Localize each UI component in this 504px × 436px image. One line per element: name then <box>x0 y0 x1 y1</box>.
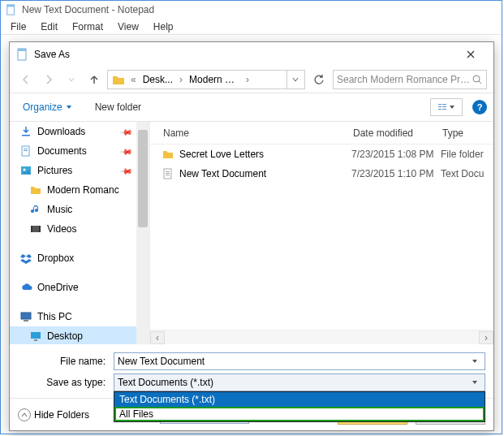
svg-rect-19 <box>39 226 41 232</box>
svg-rect-11 <box>22 135 30 136</box>
scroll-right-button[interactable]: › <box>479 331 493 344</box>
view-icon <box>437 102 447 112</box>
notepad-icon <box>6 4 17 15</box>
music-icon <box>29 203 42 216</box>
menu-edit[interactable]: Edit <box>34 19 64 34</box>
tree-item-documents[interactable]: Documents📌 <box>10 141 136 161</box>
file-list: Name Date modified Type Secret Love Lett… <box>149 122 493 344</box>
tree-item-videos[interactable]: Videos <box>10 219 136 239</box>
chevron-up-icon <box>18 408 31 421</box>
tree-item-downloads[interactable]: Downloads📌 <box>10 122 136 141</box>
svg-rect-3 <box>18 49 26 51</box>
save-type-value: Text Documents (*.txt) <box>118 377 468 388</box>
tree-item-pictures[interactable]: Pictures📌 <box>10 161 136 180</box>
svg-rect-1 <box>7 5 15 7</box>
hide-folders-label: Hide Folders <box>34 409 89 421</box>
menu-view[interactable]: View <box>111 19 145 34</box>
document-icon <box>19 145 32 158</box>
search-input[interactable]: Search Modern Romance Pre-... <box>333 70 487 89</box>
menu-format[interactable]: Format <box>66 19 110 34</box>
organize-label: Organize <box>23 101 62 113</box>
file-row[interactable]: Secret Love Letters 7/23/2015 1:08 PM Fi… <box>150 145 493 164</box>
tree-item-onedrive[interactable]: OneDrive <box>10 278 136 297</box>
tree-scrollbar[interactable] <box>136 122 149 344</box>
new-folder-button[interactable]: New folder <box>88 98 148 116</box>
dialog-toolbar: Organize New folder ? <box>10 93 493 122</box>
pin-icon: 📌 <box>120 145 133 158</box>
save-type-option[interactable]: All Files <box>114 407 485 421</box>
refresh-button[interactable] <box>308 70 330 89</box>
breadcrumb-dropdown[interactable] <box>286 71 303 88</box>
tree-item-dropbox[interactable]: Dropbox <box>10 248 136 268</box>
menu-file[interactable]: File <box>4 19 32 34</box>
folder-icon <box>111 72 126 87</box>
notepad-titlebar: New Text Document - Notepad <box>1 1 502 19</box>
col-type[interactable]: Type <box>442 127 493 139</box>
dialog-body: Downloads📌 Documents📌 Pictures📌 Modern R… <box>10 122 493 344</box>
tree-label: Videos <box>47 223 76 235</box>
scrollbar-thumb[interactable] <box>138 130 148 227</box>
file-header: Name Date modified Type <box>150 122 493 145</box>
svg-rect-20 <box>21 313 31 319</box>
file-name-input[interactable]: New Text Document <box>114 352 485 370</box>
view-options-button[interactable] <box>430 98 463 116</box>
tree-item-desktop[interactable]: Desktop <box>10 326 136 344</box>
tree-label: Documents <box>37 145 87 157</box>
onedrive-icon <box>19 281 32 294</box>
save-type-label: Save as type: <box>18 377 109 388</box>
breadcrumb-crumb[interactable]: Desk... <box>140 74 176 85</box>
back-button[interactable] <box>16 70 36 89</box>
file-row[interactable]: New Text Document 7/23/2015 1:10 PM Text… <box>150 164 493 183</box>
pin-icon: 📌 <box>120 125 133 138</box>
fields: File name: New Text Document Save as typ… <box>10 344 493 398</box>
tree-label: Dropbox <box>37 253 74 264</box>
forward-button[interactable] <box>39 70 58 89</box>
save-type-dropdown: Text Documents (*.txt) All Files <box>114 391 485 422</box>
scroll-left-button[interactable]: ‹ <box>150 331 165 344</box>
svg-rect-18 <box>31 226 32 232</box>
folder-icon <box>162 148 174 161</box>
notepad-window: New Text Document - Notepad File Edit Fo… <box>0 0 502 434</box>
save-type-option[interactable]: Text Documents (*.txt) <box>114 392 485 407</box>
svg-rect-22 <box>31 332 41 339</box>
notepad-title: New Text Document - Notepad <box>22 4 154 15</box>
menu-help[interactable]: Help <box>147 19 180 34</box>
svg-rect-9 <box>442 106 446 107</box>
close-button[interactable] <box>454 43 487 66</box>
recent-dropdown[interactable] <box>62 70 81 89</box>
file-name-label: File name: <box>18 356 109 367</box>
svg-rect-10 <box>442 109 446 110</box>
tree-item-modern-romance[interactable]: Modern Romanc <box>10 180 136 200</box>
download-icon <box>19 125 32 138</box>
svg-rect-21 <box>24 320 28 322</box>
tree-item-thispc[interactable]: This PC <box>10 307 136 326</box>
chevron-down-icon <box>449 104 455 110</box>
svg-rect-27 <box>166 175 170 175</box>
textdoc-icon <box>162 167 174 180</box>
up-button[interactable] <box>84 70 104 89</box>
nav-tree: Downloads📌 Documents📌 Pictures📌 Modern R… <box>10 122 136 344</box>
chevron-down-icon <box>66 104 72 110</box>
video-icon <box>29 222 42 235</box>
search-icon <box>472 74 483 85</box>
svg-rect-25 <box>166 171 170 172</box>
chevron-down-icon[interactable] <box>468 376 481 389</box>
tree-label: Modern Romanc <box>47 184 119 196</box>
svg-rect-23 <box>34 339 37 341</box>
save-type-select[interactable]: Text Documents (*.txt) Text Documents (*… <box>114 373 485 391</box>
chevron-down-icon[interactable] <box>468 355 481 368</box>
col-date[interactable]: Date modified <box>353 127 442 139</box>
dropbox-icon <box>19 252 32 265</box>
organize-button[interactable]: Organize <box>16 98 79 116</box>
file-hscrollbar[interactable]: ‹ › <box>150 330 493 344</box>
hide-folders-button[interactable]: Hide Folders <box>18 408 89 421</box>
svg-rect-8 <box>442 104 446 105</box>
col-name[interactable]: Name <box>150 127 353 139</box>
chevron-right-icon: › <box>243 74 252 85</box>
tree-item-music[interactable]: Music <box>10 200 136 219</box>
breadcrumb-crumb[interactable]: Modern Roma... <box>186 74 243 85</box>
breadcrumb[interactable]: « Desk... › Modern Roma... › <box>107 70 305 89</box>
svg-rect-6 <box>438 106 442 107</box>
chevron-right-icon: › <box>176 74 186 85</box>
help-button[interactable]: ? <box>472 100 487 114</box>
